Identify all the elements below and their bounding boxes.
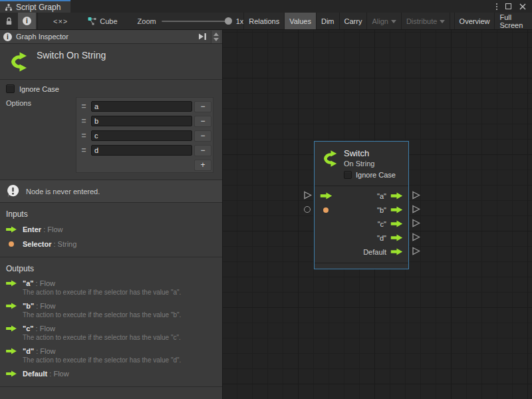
flow-arrow-icon [6,348,17,354]
carry-button[interactable]: Carry [339,13,367,29]
remove-option-button[interactable]: − [194,116,211,127]
info-icon: i [23,17,31,25]
option-input[interactable] [91,145,192,156]
flow-arrow-icon [6,370,17,377]
option-row: = − [76,114,211,128]
value-port-icon [9,241,14,247]
port-description: The action to execute if the selector ha… [23,289,216,296]
toolbar-separator [37,13,38,29]
node-settings-section: Ignore Case Options = − = − [0,80,222,180]
output-connection-triangle-d[interactable] [412,233,420,241]
add-option-button[interactable]: + [194,160,211,171]
tab-bar: Script Graph [0,0,532,13]
output-connection-triangle-b[interactable] [412,205,420,213]
enter-connection-triangle[interactable] [303,191,312,200]
relations-button[interactable]: Relations [243,13,284,29]
remove-option-button[interactable]: − [194,101,211,112]
drag-handle-icon[interactable]: = [76,116,91,126]
selector-connection-circle[interactable] [304,206,311,213]
flow-arrow-icon [6,226,17,233]
option-input[interactable] [91,101,192,112]
output-connection-triangle-default[interactable] [412,247,420,255]
output-connection-triangle-c[interactable] [412,219,420,227]
remove-option-button[interactable]: − [194,130,211,142]
output-port-c: "c" : Flow The action to execute if the … [6,325,216,341]
drag-handle-icon[interactable]: = [76,102,91,111]
flow-arrow-icon [6,303,17,309]
graph-asset-icon [87,17,96,25]
close-icon[interactable] [519,3,526,10]
graph-inspector-panel: i Graph Inspector Switch On String [0,30,223,399]
flow-arrow-icon [6,325,17,332]
dim-button[interactable]: Dim [316,13,339,29]
scroll-up-icon[interactable] [213,33,219,36]
node-ignore-case-label: Ignore Case [356,171,396,179]
output-port-icon[interactable] [390,220,403,227]
graph-canvas[interactable]: Switch On String Ignore Case "a" [223,30,532,399]
output-port-a: "a" : Flow The action to execute if the … [6,279,216,296]
port-description: The action to execute if the selector ha… [23,334,216,341]
full-screen-button[interactable]: Full Screen [494,13,532,29]
node-header[interactable]: Switch On String Ignore Case [315,142,408,186]
option-row: = − [76,99,211,114]
switch-on-string-node[interactable]: Switch On String Ignore Case "a" [314,141,409,269]
values-button[interactable]: Values [284,13,316,29]
output-port-icon[interactable] [390,234,403,241]
script-graph-window: Script Graph i <×> [0,0,532,399]
node-ignore-case-checkbox[interactable] [344,171,352,179]
ignore-case-checkbox[interactable] [6,84,15,93]
zoom-slider[interactable] [162,21,231,22]
drag-handle-icon[interactable]: = [76,146,91,155]
ignore-case-label: Ignore Case [19,85,59,93]
edit-source-button[interactable]: <×> [49,13,72,29]
output-label: "d" [377,234,386,242]
option-row: = − [76,128,211,143]
drag-handle-icon[interactable]: = [76,131,91,140]
warning-bubble-icon [6,184,20,198]
chevron-down-icon [391,20,396,23]
input-port-selector: Selector : String [6,240,216,248]
output-connection-triangle-a[interactable] [412,191,420,200]
zoom-label: Zoom [138,17,156,25]
output-port-icon[interactable] [390,192,403,200]
dock-panel-icon[interactable] [198,33,207,41]
remove-option-button[interactable]: − [194,145,211,156]
node-subtitle: On String [344,160,374,168]
switch-icon [320,150,338,168]
output-port-icon[interactable] [390,206,403,213]
node-title: Switch [344,148,369,158]
option-input[interactable] [91,130,192,141]
maximize-icon[interactable] [505,3,511,9]
output-port-d: "d" : Flow The action to execute if the … [6,347,216,364]
output-label: "b" [377,206,386,214]
overview-button[interactable]: Overview [454,13,495,29]
zoom-value: 1x [236,17,244,25]
scroll-down-icon[interactable] [213,38,219,41]
output-port-icon[interactable] [390,248,403,255]
inspector-toggle-button[interactable]: i [18,13,36,29]
node-row-default: Default [315,245,408,259]
option-input[interactable] [91,116,192,126]
graph-target-button[interactable]: Cube [82,13,122,29]
node-row-d: "d" [315,231,408,245]
distribute-dropdown[interactable]: Distribute [401,13,450,29]
selector-port-icon[interactable] [323,207,329,213]
zoom-slider-handle[interactable] [225,17,232,25]
node-row-enter-a: "a" [315,189,408,203]
panel-scroll-spinner[interactable] [211,31,220,43]
graph-toolbar: i <×> Cube Zoom 1x Relations Values Dim [0,13,532,30]
node-row-c: "c" [315,217,408,231]
align-dropdown[interactable]: Align [366,13,400,29]
tab-label: Script Graph [16,3,61,12]
options-list: = − = − = − [76,97,213,173]
window-menu-icon[interactable] [496,3,497,10]
enter-port-icon[interactable] [320,192,332,200]
inputs-heading: Inputs [6,209,216,219]
tab-script-graph[interactable]: Script Graph [0,0,70,13]
lock-button[interactable] [0,13,18,29]
warning-banner: Node is never entered. [0,180,222,203]
graph-tree-icon [5,3,13,11]
inspector-empty-area [0,387,222,399]
tab-bar-spacer [70,0,496,13]
inspector-header: i Graph Inspector [0,30,222,44]
